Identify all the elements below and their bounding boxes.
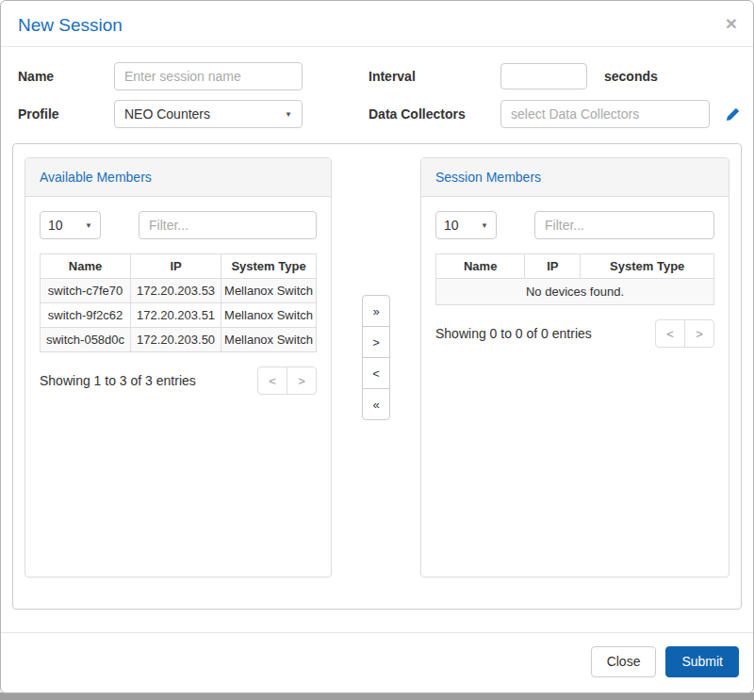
available-pager: < > <box>257 366 317 395</box>
available-members-table: Name IP System Type switch-c7fe70 172.20… <box>40 253 317 352</box>
edit-pencil-icon[interactable] <box>725 106 741 122</box>
session-name-input[interactable] <box>114 62 303 90</box>
session-pager: < > <box>655 319 714 348</box>
available-showing-entries: Showing 1 to 3 of 3 entries <box>40 373 196 388</box>
session-members-title: Session Members <box>421 158 729 197</box>
cell-name: switch-9f2c62 <box>41 303 131 328</box>
session-showing-entries: Showing 0 to 0 of 0 entries <box>435 326 592 341</box>
cell-name: switch-c7fe70 <box>41 279 131 303</box>
profile-label: Profile <box>18 106 114 122</box>
submit-button[interactable]: Submit <box>665 646 739 677</box>
move-left-button[interactable]: < <box>362 357 390 389</box>
data-collectors-label: Data Collectors <box>369 106 500 122</box>
profile-select[interactable]: NEO Counters ▼ <box>114 100 303 128</box>
transfer-controls: » > < « <box>332 157 420 420</box>
empty-table-row: No devices found. <box>436 279 714 305</box>
modal-footer: Close Submit <box>1 632 753 691</box>
table-header-row: Name IP System Type <box>436 254 714 279</box>
chevron-down-icon: ▼ <box>285 110 292 119</box>
column-header-name[interactable]: Name <box>41 254 131 279</box>
move-all-left-button[interactable]: « <box>362 388 390 420</box>
page-backdrop <box>0 692 754 700</box>
next-page-button[interactable]: > <box>287 366 317 395</box>
column-header-name[interactable]: Name <box>436 254 525 279</box>
interval-label: Interval <box>369 69 500 84</box>
move-all-right-button[interactable]: » <box>362 295 390 327</box>
profile-select-value: NEO Counters <box>124 106 210 122</box>
table-row[interactable]: switch-058d0c 172.20.203.50 Mellanox Swi… <box>41 328 317 352</box>
chevron-down-icon: ▼ <box>481 221 488 230</box>
cell-ip: 172.20.203.51 <box>131 303 221 328</box>
name-label: Name <box>18 69 114 84</box>
interval-input[interactable] <box>500 63 587 90</box>
column-header-ip[interactable]: IP <box>131 254 221 279</box>
cell-name: switch-058d0c <box>41 328 131 352</box>
available-filter-input[interactable] <box>139 211 317 239</box>
cell-system-type: Mellanox Switch <box>221 279 317 303</box>
interval-unit-label: seconds <box>604 69 658 84</box>
session-members-panel: Session Members 10 ▼ Name IP System Type <box>420 157 729 578</box>
close-button[interactable]: Close <box>591 646 657 677</box>
members-section: Available Members 10 ▼ Name IP System Ty… <box>12 143 742 610</box>
column-header-ip[interactable]: IP <box>525 254 581 279</box>
table-header-row: Name IP System Type <box>41 254 317 279</box>
table-row[interactable]: switch-9f2c62 172.20.203.51 Mellanox Swi… <box>41 303 317 328</box>
available-page-size-value: 10 <box>48 218 63 233</box>
prev-page-button[interactable]: < <box>655 319 685 348</box>
session-page-size-select[interactable]: 10 ▼ <box>435 211 497 239</box>
next-page-button[interactable]: > <box>684 319 714 348</box>
available-page-size-select[interactable]: 10 ▼ <box>40 211 101 239</box>
session-page-size-value: 10 <box>444 218 459 233</box>
cell-ip: 172.20.203.53 <box>131 279 221 303</box>
table-row[interactable]: switch-c7fe70 172.20.203.53 Mellanox Swi… <box>41 279 317 303</box>
modal-title: New Session <box>18 15 123 35</box>
cell-system-type: Mellanox Switch <box>221 303 317 328</box>
modal-header: New Session × <box>1 1 753 47</box>
move-right-button[interactable]: > <box>362 326 390 358</box>
available-members-title: Available Members <box>25 158 331 197</box>
cell-ip: 172.20.203.50 <box>131 328 221 352</box>
session-members-table: Name IP System Type No devices found. <box>435 253 714 305</box>
prev-page-button[interactable]: < <box>257 366 287 395</box>
no-devices-message: No devices found. <box>436 279 714 305</box>
data-collectors-input[interactable] <box>500 100 710 128</box>
column-header-system-type[interactable]: System Type <box>581 254 714 279</box>
column-header-system-type[interactable]: System Type <box>221 254 317 279</box>
session-form: Name Interval seconds Profile NEO Counte… <box>1 47 753 132</box>
new-session-modal: New Session × Name Interval seconds Prof… <box>0 0 754 693</box>
session-filter-input[interactable] <box>534 211 714 239</box>
available-members-panel: Available Members 10 ▼ Name IP System Ty… <box>25 157 332 578</box>
cell-system-type: Mellanox Switch <box>221 328 317 352</box>
chevron-down-icon: ▼ <box>85 221 92 230</box>
close-icon[interactable]: × <box>726 13 737 33</box>
